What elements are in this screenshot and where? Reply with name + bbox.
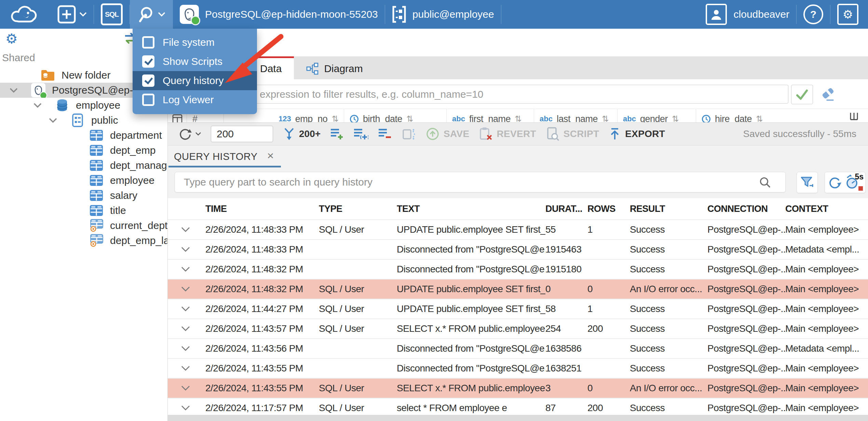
col-rows[interactable]: ROWS xyxy=(587,204,630,214)
filter-erase-button[interactable] xyxy=(820,86,836,103)
check-icon xyxy=(795,88,809,101)
checkbox[interactable] xyxy=(142,55,154,68)
grid-column-header[interactable]: 123 abc birth_date ⇅ xyxy=(344,109,447,123)
editor-tab-label: Data xyxy=(260,63,282,74)
query-history-tab[interactable]: QUERY HISTORY × xyxy=(168,146,282,168)
delete-row-icon[interactable] xyxy=(378,127,392,141)
checkbox[interactable] xyxy=(142,94,154,106)
fetch-more-button[interactable]: 200+ xyxy=(283,127,321,141)
schema-selector[interactable]: public@employee xyxy=(385,0,501,29)
history-filter-button[interactable] xyxy=(797,172,818,193)
tree-item[interactable]: employee xyxy=(0,173,167,188)
history-row[interactable]: 2/26/2024, 11:48:33 PM SQL / User UPDATE… xyxy=(168,219,868,239)
tree-item[interactable]: salary xyxy=(0,188,167,203)
user-menu-button[interactable]: cloudbeaver xyxy=(699,0,796,29)
history-refresh-button[interactable]: 5s xyxy=(825,172,866,193)
tree-item[interactable]: dept_emp_latest_date xyxy=(0,233,167,248)
tools-icon xyxy=(137,5,154,23)
sort-icon[interactable]: ⇅ xyxy=(672,114,679,123)
grid-column-header[interactable]: 123 abc last_name ⇅ xyxy=(534,109,618,123)
chevron-down-icon[interactable] xyxy=(46,118,60,123)
auto-refresh-icon[interactable] xyxy=(401,126,416,141)
expand-chevron-icon[interactable] xyxy=(181,227,205,232)
expand-chevron-icon[interactable] xyxy=(181,267,205,272)
grid-column-header[interactable]: 123 abc first_name ⇅ xyxy=(447,109,534,123)
history-row[interactable]: 2/26/2024, 11:43:55 PM SQL / User SELECT… xyxy=(168,378,868,398)
horizontal-scrollbar[interactable] xyxy=(168,415,868,421)
col-type[interactable]: TYPE xyxy=(319,204,397,214)
tools-menu-item[interactable]: Query history xyxy=(133,71,257,90)
tree-item[interactable]: title xyxy=(0,203,167,218)
tools-menu-item[interactable]: Show Scripts xyxy=(133,52,257,71)
col-text[interactable]: TEXT xyxy=(397,204,545,214)
expand-chevron-icon[interactable] xyxy=(181,326,205,331)
close-icon[interactable]: × xyxy=(267,150,274,161)
refresh-button[interactable] xyxy=(178,127,201,141)
expand-chevron-icon[interactable] xyxy=(181,405,205,411)
history-row[interactable]: 2/26/2024, 11:43:55 PM Disconnected from… xyxy=(168,358,868,378)
sort-icon[interactable]: ⇅ xyxy=(331,114,338,123)
search-icon xyxy=(759,176,771,189)
tools-menu-button[interactable] xyxy=(130,0,173,29)
tree-item[interactable]: dept_emp xyxy=(0,143,167,158)
checkbox[interactable] xyxy=(142,74,154,87)
query-history-search-input[interactable] xyxy=(175,172,786,192)
col-time[interactable]: TIME xyxy=(205,204,319,214)
duplicate-row-icon[interactable] xyxy=(353,127,368,141)
sql-editor-button[interactable]: SQL xyxy=(94,0,130,29)
history-row[interactable]: 2/26/2024, 11:43:56 PM Disconnected from… xyxy=(168,338,868,358)
export-button[interactable]: EXPORT xyxy=(609,127,665,141)
tree-item[interactable]: public xyxy=(0,113,167,128)
filter-apply-button[interactable] xyxy=(791,85,813,104)
expand-chevron-icon[interactable] xyxy=(181,247,205,252)
username: cloudbeaver xyxy=(734,9,789,20)
grid-column-header[interactable]: 123 abc gender ⇅ xyxy=(618,109,696,123)
export-icon xyxy=(609,127,621,141)
col-connection[interactable]: CONNECTION xyxy=(707,204,785,214)
history-row[interactable]: 2/26/2024, 11:48:32 PM SQL / User UPDATE… xyxy=(168,279,868,299)
tree-item[interactable]: dept_manager xyxy=(0,158,167,173)
result-filter-input[interactable] xyxy=(175,85,788,104)
expand-chevron-icon[interactable] xyxy=(181,306,205,312)
settings-button[interactable]: ⚙ xyxy=(830,0,868,29)
col-context[interactable]: CONTEXT xyxy=(785,204,868,214)
tree-item[interactable]: department xyxy=(0,128,167,143)
revert-button[interactable]: REVERT xyxy=(479,127,536,141)
tools-menu-item[interactable]: File system xyxy=(133,33,257,52)
sidebar-settings-icon[interactable]: ⚙ xyxy=(5,32,18,45)
chevron-down-icon[interactable] xyxy=(31,103,44,108)
cell-result: Success xyxy=(630,264,707,275)
grid-column-header[interactable]: 123 abc hire_date ⇅ xyxy=(696,109,779,123)
sort-icon[interactable]: ⇅ xyxy=(515,114,521,123)
sort-icon[interactable]: ⇅ xyxy=(756,114,763,123)
history-row[interactable]: 2/26/2024, 11:48:33 PM Disconnected from… xyxy=(168,239,868,259)
row-limit-input[interactable] xyxy=(211,126,273,142)
expand-chevron-icon[interactable] xyxy=(181,366,205,371)
revert-label: REVERT xyxy=(497,128,536,139)
expand-chevron-icon[interactable] xyxy=(181,286,205,292)
new-connection-button[interactable] xyxy=(51,0,94,29)
postgresql-icon xyxy=(31,83,46,98)
checkbox[interactable] xyxy=(142,36,154,49)
add-row-icon[interactable] xyxy=(330,127,344,141)
editor-tab[interactable]: Diagram xyxy=(294,56,375,79)
col-result[interactable]: RESULT xyxy=(630,204,707,214)
expand-chevron-icon[interactable] xyxy=(181,346,205,351)
chevron-down-icon[interactable] xyxy=(7,87,21,93)
history-row[interactable]: 2/26/2024, 11:43:57 PM SQL / User SELECT… xyxy=(168,318,868,338)
sort-icon[interactable]: ⇅ xyxy=(602,114,609,123)
expand-chevron-icon[interactable] xyxy=(181,385,205,391)
auto-refresh-timer[interactable]: 5s xyxy=(845,174,863,191)
col-duration[interactable]: DURAT... xyxy=(545,204,587,214)
save-button[interactable]: SAVE xyxy=(426,127,469,141)
history-row[interactable]: 2/26/2024, 11:17:57 PM SQL / User select… xyxy=(168,398,868,415)
help-button[interactable]: ? xyxy=(797,0,830,29)
sort-icon[interactable]: ⇅ xyxy=(406,114,413,123)
history-row[interactable]: 2/26/2024, 11:48:32 PM Disconnected from… xyxy=(168,259,868,279)
tools-menu-item[interactable]: Log Viewer xyxy=(133,90,257,109)
script-button[interactable]: SCRIPT xyxy=(546,127,599,141)
tree-item[interactable]: current_dept_emp xyxy=(0,218,167,233)
grid-columns-icon[interactable] xyxy=(849,112,859,121)
history-row[interactable]: 2/26/2024, 11:44:27 PM SQL / User UPDATE… xyxy=(168,299,868,318)
connection-selector[interactable]: PostgreSQL@ep-hidden-moon-55203 xyxy=(173,0,385,29)
